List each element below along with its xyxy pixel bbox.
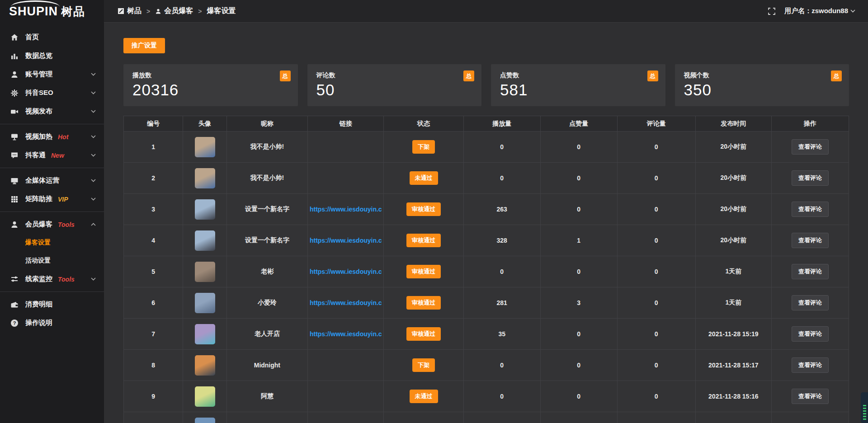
- question-icon: ?: [10, 319, 19, 327]
- table-row: 6小爱玲https://www.iesdouyin.c审核通过281301天前查…: [124, 287, 849, 318]
- table-row: 9阿慧未通过0002021-11-28 15:16查看评论: [124, 381, 849, 412]
- cell-avatar: [183, 319, 226, 349]
- sidebar-item-member-baoke[interactable]: 会员爆客 Tools: [0, 215, 104, 234]
- cell-action: [772, 412, 849, 423]
- chevron-down-icon: [91, 197, 96, 201]
- cell-id: 6: [124, 287, 183, 318]
- member-crumb-icon: [155, 8, 161, 14]
- screen-icon: [10, 133, 19, 141]
- chevron-down-icon: [91, 135, 96, 138]
- sidebar-item-data-overview[interactable]: 数据总览: [0, 47, 104, 65]
- chevron-down-icon: [91, 110, 96, 113]
- cell-id: 8: [124, 350, 183, 381]
- breadcrumb-section[interactable]: 会员爆客: [164, 6, 193, 16]
- wallet-icon: [10, 301, 19, 309]
- sidebar-item-instructions[interactable]: ? 操作说明: [0, 314, 104, 332]
- cell-likes: 0: [541, 194, 618, 225]
- cell-status: 审核通过: [384, 194, 463, 225]
- sidebar-item-label: 抖音SEO: [25, 89, 53, 97]
- video-link[interactable]: https://www.iesdouyin.c: [310, 206, 382, 213]
- cell-time: 20小时前: [696, 225, 772, 256]
- table-row: 10: [124, 412, 849, 423]
- cell-nickname: 老彬: [227, 256, 308, 287]
- view-comments-button[interactable]: 查看评论: [792, 264, 829, 279]
- cell-nickname: 老人开店: [227, 319, 308, 349]
- video-link[interactable]: https://www.iesdouyin.c: [310, 268, 382, 275]
- chevron-down-icon: [91, 277, 96, 281]
- view-comments-button[interactable]: 查看评论: [792, 233, 829, 248]
- col-header-likes: 点赞量: [541, 116, 618, 131]
- sidebar-item-home[interactable]: 首页: [0, 28, 104, 47]
- cell-nickname: 设置一个新名字: [227, 194, 308, 225]
- view-comments-button[interactable]: 查看评论: [792, 139, 829, 155]
- vip-badge: VIP: [58, 196, 68, 203]
- sidebar-item-consumption-detail[interactable]: 消费明细: [0, 295, 104, 314]
- sidebar-item-matrix-boost[interactable]: 矩阵助推 VIP: [0, 190, 104, 208]
- view-comments-button[interactable]: 查看评论: [792, 357, 829, 373]
- status-badge: 下架: [412, 358, 435, 372]
- cell-comments: 0: [618, 287, 696, 318]
- col-header-action: 操作: [772, 116, 849, 131]
- sidebar-item-video-publish[interactable]: 视频发布: [0, 102, 104, 121]
- sidebar-divider: [0, 168, 104, 168]
- breadcrumb-root[interactable]: 树品: [127, 6, 142, 16]
- stat-card-plays: 播放数 20316 总: [123, 64, 298, 106]
- cell-id: 5: [124, 256, 183, 287]
- col-header-avatar: 头像: [183, 116, 226, 131]
- floating-widget[interactable]: [861, 392, 868, 423]
- sidebar-item-omnimedia[interactable]: 全媒体运营: [0, 171, 104, 190]
- cell-plays: 0: [464, 163, 541, 193]
- cell-nickname: 我不是小帅!: [227, 163, 308, 193]
- table-header: 编号 头像 昵称 链接 状态 播放量 点赞量 评论量 发布时间 操作: [124, 116, 849, 131]
- sidebar-subitem-baoke-settings[interactable]: 爆客设置: [0, 234, 104, 252]
- cell-link: https://www.iesdouyin.c: [308, 319, 384, 349]
- content-area: 推广设置 播放数 20316 总 评论数 50 总 点赞数 581 总 视频个数…: [104, 23, 868, 423]
- stat-label: 播放数: [132, 71, 289, 80]
- total-badge: 总: [280, 70, 291, 81]
- sidebar-item-douyin-seo[interactable]: 抖音SEO: [0, 84, 104, 102]
- fullscreen-icon[interactable]: [768, 8, 775, 15]
- table-row: 1我不是小帅!下架00020小时前查看评论: [124, 131, 849, 162]
- stat-card-likes: 点赞数 581 总: [491, 64, 665, 106]
- stat-value: 350: [684, 81, 840, 99]
- view-comments-button[interactable]: 查看评论: [792, 389, 829, 404]
- cell-comments: 0: [618, 225, 696, 256]
- cell-comments: 0: [618, 194, 696, 225]
- cell-time: 20小时前: [696, 194, 772, 225]
- sidebar-item-label: 抖客通: [25, 151, 46, 160]
- view-comments-button[interactable]: 查看评论: [792, 295, 829, 310]
- video-link[interactable]: https://www.iesdouyin.c: [310, 237, 382, 244]
- hot-badge: Hot: [58, 133, 68, 141]
- cell-avatar: [183, 256, 226, 287]
- avatar: [195, 137, 215, 157]
- cell-likes: 0: [541, 256, 618, 287]
- cell-avatar: [183, 225, 226, 256]
- sidebar-item-lead-monitor[interactable]: 线索监控 Tools: [0, 270, 104, 288]
- view-comments-button[interactable]: 查看评论: [792, 170, 829, 186]
- chevron-down-icon: [850, 9, 855, 13]
- cell-status: 下架: [384, 350, 463, 381]
- table-row: 4设置一个新名字https://www.iesdouyin.c审核通过32810…: [124, 225, 849, 256]
- status-badge: 未通过: [410, 171, 438, 185]
- col-header-comments: 评论量: [618, 116, 696, 131]
- new-badge: New: [51, 152, 64, 159]
- sidebar-item-douketong[interactable]: 抖客通 New: [0, 146, 104, 164]
- status-badge: 下架: [412, 140, 435, 154]
- stat-value: 581: [500, 81, 656, 99]
- user-menu[interactable]: 用户名：zswodun88: [784, 7, 855, 15]
- avatar: [195, 262, 215, 282]
- stat-label: 视频个数: [684, 71, 840, 80]
- view-comments-button[interactable]: 查看评论: [792, 202, 829, 217]
- chat-icon: [10, 151, 19, 160]
- cell-comments: 0: [618, 381, 696, 412]
- sidebar-subitem-activity-settings[interactable]: 活动设置: [0, 252, 104, 270]
- video-link[interactable]: https://www.iesdouyin.c: [310, 299, 382, 306]
- cell-action: 查看评论: [772, 350, 849, 381]
- view-comments-button[interactable]: 查看评论: [792, 326, 829, 342]
- cell-time: [696, 412, 772, 423]
- sidebar-item-video-heat[interactable]: 视频加热 Hot: [0, 127, 104, 146]
- video-link[interactable]: https://www.iesdouyin.c: [310, 330, 382, 338]
- cell-plays: 0: [464, 256, 541, 287]
- promo-settings-button[interactable]: 推广设置: [123, 38, 165, 53]
- sidebar-item-account-manage[interactable]: 账号管理: [0, 65, 104, 84]
